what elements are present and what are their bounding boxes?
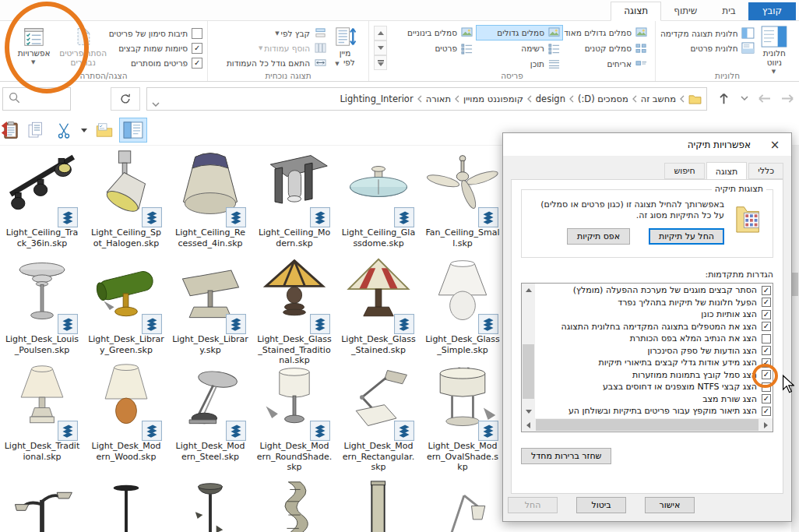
checkbox[interactable]: ✓ — [762, 298, 771, 307]
file-item[interactable] — [337, 477, 420, 532]
dialog-tab-תצוגה[interactable]: תצוגה — [706, 162, 747, 180]
file-item[interactable] — [421, 477, 504, 532]
scrollbar-thumb[interactable] — [536, 419, 759, 431]
advanced-settings-list[interactable]: ✓הסתר קבצים מוגנים של מערכת ההפעלה (מומל… — [521, 283, 773, 432]
breadcrumb-item[interactable]: קומפוננט ממויין — [460, 93, 526, 104]
checkbox-icon[interactable]: ✓ — [762, 310, 771, 319]
ribbon-tab-בית[interactable]: בית — [709, 2, 748, 20]
cancel-button[interactable]: ביטול — [576, 497, 626, 513]
details-pane-button[interactable]: חלונית פרטים — [660, 41, 755, 55]
file-item[interactable] — [253, 477, 336, 532]
list-horizontal-scrollbar[interactable] — [522, 418, 773, 432]
sort-by-button[interactable]: מיין לפי ▼ — [326, 24, 364, 69]
checkbox-icon[interactable]: ✓ — [762, 322, 771, 331]
file-item[interactable]: Light_Desk_Modern_Wood.skp — [85, 360, 167, 467]
explorer-vertical-scrollbar[interactable] — [791, 145, 799, 532]
back-button[interactable] — [777, 89, 797, 107]
scroll-up-icon[interactable] — [522, 284, 535, 297]
up-button[interactable] — [713, 89, 734, 107]
checkbox[interactable]: ✓ — [762, 322, 771, 331]
file-item[interactable]: Light_Desk_Library_Green.skp — [85, 253, 167, 360]
scroll-down-icon[interactable] — [522, 405, 535, 418]
group-by-button[interactable]: קבץ לפי▼ — [227, 26, 326, 41]
preview-pane-button[interactable]: חלונית תצוגה מקדימה — [660, 26, 755, 41]
layout-view-item[interactable]: רשימה — [476, 41, 563, 56]
advanced-setting-row[interactable]: ✓הסתר קבצים מוגנים של מערכת ההפעלה (מומל… — [536, 284, 771, 297]
breadcrumb-item[interactable]: design — [533, 93, 568, 104]
address-bar[interactable]: מחשב זהמסמכים (D:)designקומפוננט ממוייןת… — [146, 87, 707, 111]
advanced-setting-row[interactable]: הצג קבצי NTFS מוצפנים או דחוסים בצבע — [536, 381, 771, 393]
layout-view-item[interactable]: אריחים — [563, 56, 650, 72]
file-item[interactable]: Light_Ceiling_Modern.skp — [253, 146, 336, 253]
checkbox[interactable]: ✓ — [762, 370, 771, 379]
dialog-tab-כללי[interactable]: כללי — [748, 163, 783, 179]
scrollbar-thumb[interactable] — [523, 344, 534, 399]
apply-button[interactable]: החל — [508, 497, 558, 513]
file-item[interactable]: Light_Desk_Modern_Rectangular.skp — [337, 360, 420, 467]
cut-button[interactable] — [51, 118, 77, 142]
checkbox[interactable]: ✓ — [762, 310, 771, 319]
preview-pane-toggle-button[interactable] — [119, 118, 147, 143]
advanced-setting-row[interactable]: ✓הצג סמל קובץ בתמונות ממוזערות — [536, 369, 771, 382]
search-box[interactable] — [2, 87, 71, 111]
breadcrumb-item[interactable]: מסמכים (D:) — [575, 93, 632, 104]
layout-view-item[interactable]: סמלים בינוניים — [389, 25, 476, 41]
dialog-tab-חיפוש[interactable]: חיפוש — [664, 163, 704, 179]
scrollbar-thumb[interactable] — [792, 273, 798, 296]
show-hide-checkbox[interactable]: תיבות סימון של פריטים — [109, 26, 202, 41]
file-item[interactable]: Light_Desk_Library.skp — [169, 253, 252, 360]
forward-button[interactable] — [754, 89, 774, 107]
file-item[interactable]: Light_Desk_Glass_Stained.skp — [337, 253, 420, 360]
breadcrumb-item[interactable]: תאורה — [423, 93, 454, 104]
close-icon[interactable]: × — [759, 133, 791, 156]
gallery-more-icon[interactable] — [374, 55, 387, 70]
layout-view-item[interactable]: סמלים קטנים — [563, 41, 650, 56]
dialog-title-bar[interactable]: × אפשרויות תיקיה — [503, 133, 791, 156]
file-item[interactable]: Light_Ceiling_Track_36in.skp — [1, 146, 83, 253]
file-item[interactable] — [1, 477, 83, 532]
advanced-setting-row[interactable]: ✓הצג אותיות כונן — [536, 308, 771, 321]
checkbox[interactable]: ✓ — [762, 286, 771, 295]
gallery-up-icon[interactable] — [374, 26, 387, 41]
checkbox-icon[interactable]: ✓ — [762, 407, 771, 416]
checkbox[interactable]: ✓ — [762, 407, 771, 416]
show-hide-checkbox[interactable]: ✓פריטים מוסתרים — [109, 55, 202, 70]
checkbox-icon[interactable] — [762, 334, 771, 344]
advanced-setting-row[interactable]: ✓הצג את המטפלים בתצוגה המקדימה בחלונית ה… — [536, 321, 771, 333]
list-vertical-scrollbar[interactable] — [522, 284, 535, 418]
folder-properties-button[interactable] — [91, 118, 118, 142]
layout-view-item[interactable]: סמלים גדולים — [476, 25, 563, 41]
gallery-down-icon[interactable] — [374, 41, 387, 55]
restore-defaults-button[interactable]: שחזר ברירות מחדל — [521, 448, 611, 464]
breadcrumb-item[interactable]: Lighting_Interior — [336, 93, 416, 104]
toolbar-dropdown-icon[interactable] — [79, 118, 90, 142]
advanced-setting-row[interactable]: ✓הצג תיאור מוקפץ עבור פריטים בתיקיות ובש… — [536, 405, 771, 417]
checkbox-icon[interactable]: ✓ — [762, 346, 771, 355]
file-item[interactable]: Light_Desk_Glass_Simple.skp — [421, 253, 504, 360]
ok-button[interactable]: אישור — [645, 497, 695, 513]
ribbon-tab-תצוגה[interactable]: תצוגה — [611, 2, 661, 21]
breadcrumb-item[interactable]: מחשב זה — [638, 93, 679, 104]
options-button[interactable]: אפשרויות ▼ — [11, 24, 58, 67]
advanced-setting-row[interactable]: ✓הצג שורת מצב — [536, 393, 771, 406]
add-columns-button[interactable]: הוסף עמודות▼ — [227, 41, 326, 55]
scroll-left-icon[interactable] — [522, 418, 535, 432]
checkbox-icon[interactable]: ✓ — [762, 394, 771, 403]
file-item[interactable]: Light_Desk_Traditional.skp — [1, 360, 83, 467]
file-item[interactable]: Light_Ceiling_Glassdome.skp — [337, 146, 420, 253]
navigation-pane-button[interactable]: חלונית ניווט ▼ — [755, 24, 794, 76]
file-item[interactable]: Light_Ceiling_Recessed_4in.skp — [169, 146, 252, 253]
layout-view-item[interactable]: סמלים גדולים מאוד — [563, 25, 650, 41]
advanced-setting-row[interactable]: ✓הצג הודעות של ספק הסינכרון — [536, 345, 771, 358]
scroll-right-icon[interactable] — [759, 418, 773, 432]
layout-view-item[interactable]: פרטים — [389, 41, 476, 56]
recent-locations-dropdown[interactable] — [737, 89, 752, 107]
file-item[interactable] — [169, 477, 252, 532]
file-item[interactable]: Fan_Ceiling_Small.skp — [421, 146, 504, 253]
file-item[interactable]: Light_Desk_Modern_OvalShade.skp — [421, 360, 504, 467]
file-item[interactable]: Light_Desk_Louis_Poulsen.skp — [1, 253, 83, 360]
checkbox-icon[interactable]: ✓ — [762, 286, 771, 295]
ribbon-tab-שיתוף[interactable]: שיתוף — [661, 2, 709, 20]
advanced-setting-row[interactable]: הצג את הנתיב המלא בפס הכותרת — [536, 333, 771, 345]
checkbox[interactable]: ✓ — [762, 346, 771, 355]
